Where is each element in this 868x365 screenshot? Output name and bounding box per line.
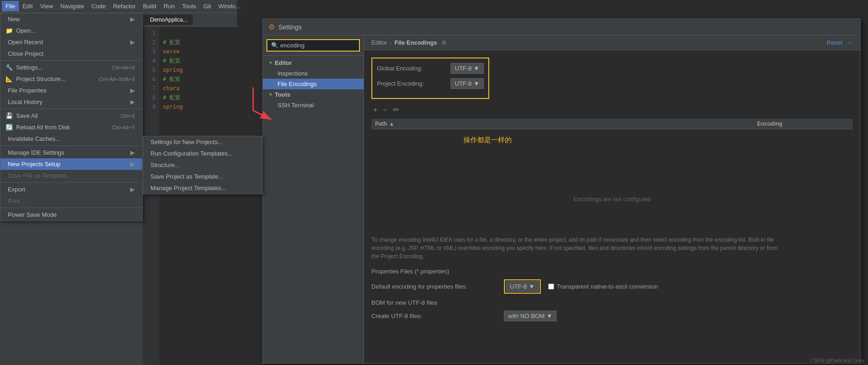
tree-item-ssh-terminal[interactable]: SSH Terminal: [263, 100, 364, 110]
default-encoding-row: Default encoding for properties files: U…: [371, 279, 853, 294]
encoding-highlight-box: Global Encoding: UTF-8 ▼ Project Encodin…: [371, 58, 489, 99]
menu-tools[interactable]: Tools: [179, 1, 200, 12]
submenu-manage-templates[interactable]: Manage Project Templates...: [143, 182, 262, 194]
menu-open[interactable]: 📁 Open...: [0, 25, 142, 36]
menu-export[interactable]: Export ▶: [0, 184, 142, 195]
transparent-checkbox-row: Transparent native-to-ascii conversion: [548, 283, 658, 290]
sort-icon: ▲: [389, 121, 394, 127]
default-encoding-label: Default encoding for properties files:: [371, 283, 500, 290]
submenu-settings-new-projects[interactable]: Settings for New Projects...: [143, 136, 262, 148]
menu-new[interactable]: New ▶: [0, 13, 142, 25]
tab-label: DemoApplica...: [150, 17, 187, 23]
expand-icon: ▼: [268, 60, 273, 65]
tree-label-ssh: SSH Terminal: [278, 102, 314, 109]
add-encoding-button[interactable]: +: [371, 104, 379, 115]
search-input[interactable]: [280, 42, 355, 49]
tree-item-tools[interactable]: ▼ Tools: [263, 89, 364, 100]
tree-item-inspections[interactable]: Inspections: [263, 68, 364, 79]
menu-bar: File Edit View Navigate Code Refactor Bu…: [0, 0, 237, 13]
menu-navigate[interactable]: Navigate: [57, 1, 87, 12]
create-utf8-label: Create UTF-8 files:: [371, 313, 500, 319]
menu-build[interactable]: Build: [139, 1, 160, 12]
create-utf8-row: Create UTF-8 files: with NO BOM ▼: [371, 311, 853, 321]
line-numbers: 12345678915: [143, 27, 159, 365]
structure-icon: 📐: [4, 75, 14, 82]
global-encoding-value: UTF-8: [455, 65, 472, 72]
ide-panel: File Edit View Navigate Code Refactor Bu…: [0, 0, 237, 365]
default-encoding-select[interactable]: UTF-8 ▼: [506, 281, 539, 292]
menu-invalidate-caches[interactable]: Invalidate Caches...: [0, 133, 142, 145]
menu-settings[interactable]: 🔧 Settings... Ctrl+Alt+S: [0, 62, 142, 73]
menu-reload[interactable]: 🔄 Reload All from Disk Ctrl+Alt+Y: [0, 122, 142, 133]
empty-state: Encodings are not configured: [371, 168, 853, 230]
edit-encoding-button[interactable]: ✏: [391, 104, 401, 115]
settings-header: ⚙ Settings: [263, 19, 860, 35]
tree-item-file-encodings[interactable]: File Encodings: [263, 79, 364, 89]
sep5: [0, 208, 142, 208]
menu-project-structure[interactable]: 📐 Project Structure... Ctrl+Alt+Shift+S: [0, 73, 142, 85]
menu-new-projects-setup[interactable]: New Projects Setup ▶: [0, 158, 142, 170]
menu-refactor[interactable]: Refactor: [110, 1, 139, 12]
menu-view[interactable]: View: [36, 1, 57, 12]
menu-manage-ide[interactable]: Manage IDE Settings ▶: [0, 147, 142, 158]
project-encoding-select[interactable]: UTF-8 ▼: [451, 78, 484, 89]
dropdown-arrow-utf8: ▼: [546, 313, 552, 319]
properties-section-title: Properties Files (*.properties): [371, 268, 853, 275]
remove-encoding-button[interactable]: −: [381, 104, 389, 115]
path-column-header: Path ▲: [375, 121, 757, 127]
menu-power-save[interactable]: Power Save Mode: [0, 209, 142, 220]
menu-local-history[interactable]: Local History ▶: [0, 96, 142, 108]
encoding-column-header: Encoding: [757, 121, 849, 127]
breadcrumb-parent: Editor: [371, 39, 387, 46]
project-encoding-label: Project Encoding:: [377, 80, 451, 87]
global-encoding-row: Global Encoding: UTF-8 ▼: [377, 63, 484, 74]
sep2: [0, 109, 142, 109]
menu-run[interactable]: Run: [160, 1, 179, 12]
menu-save-all[interactable]: 💾 Save All Ctrl+S: [0, 110, 142, 122]
bom-section-title: BOM for new UTF-8 files: [371, 299, 853, 306]
code-content: # 配置 serve # 配置 spring # 配置 chara # 配置 s…: [159, 27, 237, 365]
empty-state-text: Encodings are not configured: [573, 196, 651, 203]
tab-demo[interactable]: DemoApplica...: [145, 15, 193, 25]
sep4: [0, 182, 142, 183]
menu-git[interactable]: Git: [200, 1, 215, 12]
settings-content: Global Encoding: UTF-8 ▼ Project Encodin…: [364, 50, 860, 363]
settings-main: Editor › File Encodings ⊞ Reset ← Global…: [364, 35, 860, 363]
tree-label-inspections: Inspections: [278, 70, 308, 77]
menu-code[interactable]: Code: [88, 1, 110, 12]
global-encoding-label: Global Encoding:: [377, 65, 451, 72]
settings-body: 🔍 ▼ Editor Inspections File Encodings ▼: [263, 35, 860, 363]
menu-print: Print...: [0, 195, 142, 207]
wrench-icon: 🔧: [4, 64, 14, 71]
menu-window[interactable]: Windo...: [215, 1, 244, 12]
transparent-label: Transparent native-to-ascii conversion: [557, 283, 658, 290]
menu-file-properties[interactable]: File Properties ▶: [0, 85, 142, 96]
back-button[interactable]: ←: [847, 39, 853, 46]
submenu-save-project-template[interactable]: Save Project as Template...: [143, 171, 262, 182]
global-encoding-select[interactable]: UTF-8 ▼: [451, 63, 484, 74]
menu-save-template: Save File as Template...: [0, 170, 142, 181]
default-encoding-highlight: UTF-8 ▼: [504, 279, 541, 294]
dropdown-arrow-project: ▼: [474, 80, 480, 87]
watermark: CSDN @Dark And Grey: [810, 358, 864, 363]
reset-button[interactable]: Reset: [827, 39, 842, 46]
sep3: [0, 145, 142, 146]
breadcrumb-separator: ›: [390, 39, 392, 46]
bom-section: BOM for new UTF-8 files Create UTF-8 fil…: [371, 299, 853, 321]
create-utf8-value: with NO BOM: [508, 313, 544, 319]
menu-close-project[interactable]: Close Project: [0, 48, 142, 59]
create-utf8-select[interactable]: with NO BOM ▼: [504, 311, 556, 321]
project-encoding-value: UTF-8: [455, 80, 472, 87]
transparent-checkbox[interactable]: [548, 284, 554, 290]
submenu-structure[interactable]: Structure...: [143, 159, 262, 171]
sep1: [0, 60, 142, 61]
arrow-indicator: [249, 83, 276, 139]
breadcrumb-info-icon: ⊞: [442, 40, 446, 46]
submenu-run-config-templates[interactable]: Run Configuration Templates...: [143, 148, 262, 159]
encoding-table-header: Path ▲ Encoding: [371, 119, 853, 129]
menu-edit[interactable]: Edit: [19, 1, 36, 12]
menu-file[interactable]: File: [2, 1, 19, 12]
tree-item-editor[interactable]: ▼ Editor: [263, 58, 364, 68]
properties-section: Properties Files (*.properties) Default …: [371, 268, 853, 321]
menu-open-recent[interactable]: Open Recent ▶: [0, 36, 142, 48]
